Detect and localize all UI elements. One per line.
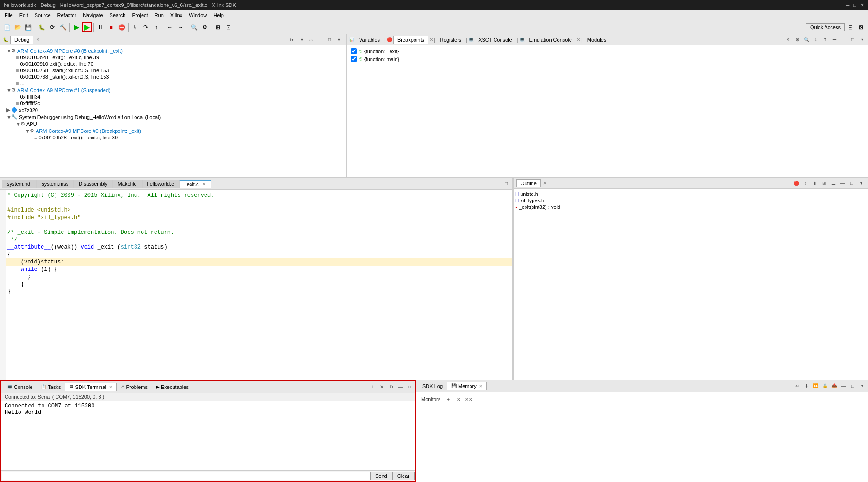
toolbar-step-return[interactable]: ↑	[151, 22, 161, 32]
maximize-icon[interactable]: □	[853, 2, 856, 8]
frame-2-2[interactable]: ≡ 0xfffffff2c	[2, 100, 344, 106]
toolbar-disconnect[interactable]: ⛔	[117, 22, 127, 32]
terminal-close-btn[interactable]: ✕	[378, 383, 386, 391]
menu-source[interactable]: Source	[32, 12, 54, 19]
apu-frame[interactable]: ≡ 0x00100b28 _exit(): _exit.c, line 39	[2, 134, 344, 141]
tab-helloworld-c[interactable]: helloworld.c	[142, 180, 179, 188]
device-item[interactable]: ▶ 🔷 xc7z020	[2, 106, 344, 113]
tab-system-mss[interactable]: system.mss	[37, 180, 74, 188]
bp-menu[interactable]: ▾	[858, 36, 866, 44]
toolbar-perspective[interactable]: ⊞	[213, 22, 223, 32]
menu-edit[interactable]: Edit	[17, 12, 31, 19]
bp-max[interactable]: □	[849, 36, 857, 44]
menu-file[interactable]: File	[2, 12, 16, 19]
toolbar-back[interactable]: ←	[165, 22, 175, 32]
tab-executables[interactable]: ▶ Executables	[152, 383, 193, 391]
memory-min[interactable]: —	[839, 382, 848, 390]
bp-icon5[interactable]: ⬆	[821, 36, 829, 44]
toolbar-view1[interactable]: ⊟	[845, 22, 856, 32]
thread-2[interactable]: ▼ ⚙ ARM Cortex-A9 MPCore #1 (Suspended)	[2, 87, 344, 94]
toolbar-settings[interactable]: ⚙	[199, 22, 210, 32]
tab-xsct[interactable]: XSCT Console	[475, 36, 516, 44]
tab-registers[interactable]: Registers	[436, 36, 465, 44]
outline-icon1[interactable]: 🔴	[792, 179, 800, 188]
frame-1-2[interactable]: ≡ 0x00100910 exit(): exit.c, line 70	[2, 61, 344, 67]
tab-makefile[interactable]: Makefile	[113, 180, 142, 188]
outline-icon5[interactable]: ☰	[829, 179, 837, 188]
monitor-del-all-btn[interactable]: ✕✕	[465, 395, 473, 403]
memory-icon4[interactable]: 🔒	[821, 382, 829, 390]
tab-exit-c[interactable]: _exit.c ✕	[179, 180, 211, 188]
editor-content[interactable]: * Copyright (C) 2009 - 2015 Xilinx, Inc.…	[0, 190, 512, 380]
tab-sdk-terminal[interactable]: 🖥 SDK Terminal ✕	[65, 383, 116, 391]
terminal-min-btn[interactable]: —	[396, 383, 404, 391]
editor-max-btn[interactable]: □	[502, 180, 510, 188]
toolbar-maximize[interactable]: ⊡	[223, 22, 234, 32]
toolbar-terminate[interactable]: ■	[106, 22, 116, 32]
bp-check-2[interactable]	[351, 56, 357, 62]
apu-core0[interactable]: ▼ ⚙ ARM Cortex-A9 MPCore #0 (Breakpoint:…	[2, 127, 344, 134]
apu-item[interactable]: ▼ ⚙ APU	[2, 120, 344, 127]
bp-item-1[interactable]: ⟲ {function: _exit}	[349, 47, 866, 55]
outline-menu[interactable]: ▾	[857, 179, 865, 188]
menu-project[interactable]: Project	[129, 12, 150, 19]
toolbar-step-over[interactable]: ↷	[141, 22, 151, 32]
tab-breakpoints[interactable]: Breakpoints	[393, 36, 428, 44]
debug-skip-btn[interactable]: ⏭	[288, 36, 297, 44]
bp-min[interactable]: —	[839, 36, 848, 44]
bp-icon6[interactable]: ☰	[830, 36, 838, 44]
toolbar-open[interactable]: 📂	[12, 22, 23, 32]
quick-access-button[interactable]: Quick Access	[806, 23, 845, 31]
memory-menu[interactable]: ▾	[858, 382, 866, 390]
bp-icon4[interactable]: ↕	[812, 36, 820, 44]
tab-memory[interactable]: 💾 Memory ✕	[447, 382, 487, 390]
minimize-icon[interactable]: ─	[846, 2, 850, 8]
outline-icon4[interactable]: ⊞	[820, 179, 828, 188]
outline-tab[interactable]: Outline	[516, 179, 541, 187]
tab-disassembly[interactable]: Disassembly	[74, 180, 112, 188]
menu-search[interactable]: Search	[107, 12, 129, 19]
toolbar-step[interactable]: ⟳	[47, 22, 57, 32]
outline-icon3[interactable]: ⬆	[811, 179, 819, 188]
toolbar-search[interactable]: 🔍	[189, 22, 199, 32]
debug-collapse-btn[interactable]: ▾	[298, 36, 306, 44]
bp-icon2[interactable]: ⚙	[793, 36, 801, 44]
tab-system-hdf[interactable]: system.hdf	[2, 180, 37, 188]
bp-check-1[interactable]	[351, 48, 357, 54]
apu-expand[interactable]: ▼	[16, 121, 20, 127]
frame-1-5[interactable]: ≡ ...	[2, 80, 344, 87]
monitor-add-btn[interactable]: +	[444, 395, 453, 403]
toolbar-save[interactable]: 💾	[23, 22, 33, 32]
terminal-add-btn[interactable]: +	[368, 383, 377, 391]
debug-min-btn[interactable]: —	[316, 36, 324, 44]
frame-1-4[interactable]: ≡ 0x00100768 _start(): xil-crt0.S, line …	[2, 74, 344, 80]
outline-item-2[interactable]: H xil_types.h	[515, 197, 866, 204]
close-icon[interactable]: ✕	[860, 2, 864, 8]
tab-console[interactable]: 💻 Console	[3, 383, 37, 391]
toolbar-new[interactable]: 📄	[2, 22, 12, 32]
thread-1[interactable]: ▼ ⚙ ARM Cortex-A9 MPCore #0 (Breakpoint:…	[2, 47, 344, 54]
debug-tab[interactable]: Debug	[10, 36, 33, 44]
toolbar-view2[interactable]: ⊠	[856, 22, 866, 32]
tab-modules[interactable]: Modules	[583, 36, 610, 44]
menu-refactor[interactable]: Refactor	[55, 12, 80, 19]
sys-debugger-expand[interactable]: ▼	[6, 114, 11, 120]
tab-emulation[interactable]: Emulation Console	[526, 36, 576, 44]
toolbar-resume[interactable]: ▶	[71, 22, 81, 32]
terminal-max-btn[interactable]: □	[405, 383, 414, 391]
menu-xilinx[interactable]: Xilinx	[167, 12, 185, 19]
toolbar-debug[interactable]: 🐛	[37, 22, 47, 32]
outline-item-3[interactable]: ● _exit(sint32) : void	[515, 204, 866, 210]
toolbar-step-into[interactable]: ↳	[130, 22, 140, 32]
frame-1-3[interactable]: ≡ 0x00100768 _start(): xil-crt0.S, line …	[2, 67, 344, 74]
thread-2-expand[interactable]: ▼	[6, 88, 11, 93]
outline-icon2[interactable]: ↕	[801, 179, 810, 188]
toolbar-forward[interactable]: →	[175, 22, 186, 32]
menu-run[interactable]: Run	[152, 12, 167, 19]
memory-icon2[interactable]: ⬇	[802, 382, 811, 390]
memory-icon3[interactable]: ⏩	[812, 382, 820, 390]
memory-icon1[interactable]: ↩	[793, 382, 801, 390]
apu-core0-expand[interactable]: ▼	[25, 128, 30, 134]
device-expand[interactable]: ▶	[6, 107, 11, 113]
tab-variables[interactable]: Variables	[355, 36, 384, 44]
